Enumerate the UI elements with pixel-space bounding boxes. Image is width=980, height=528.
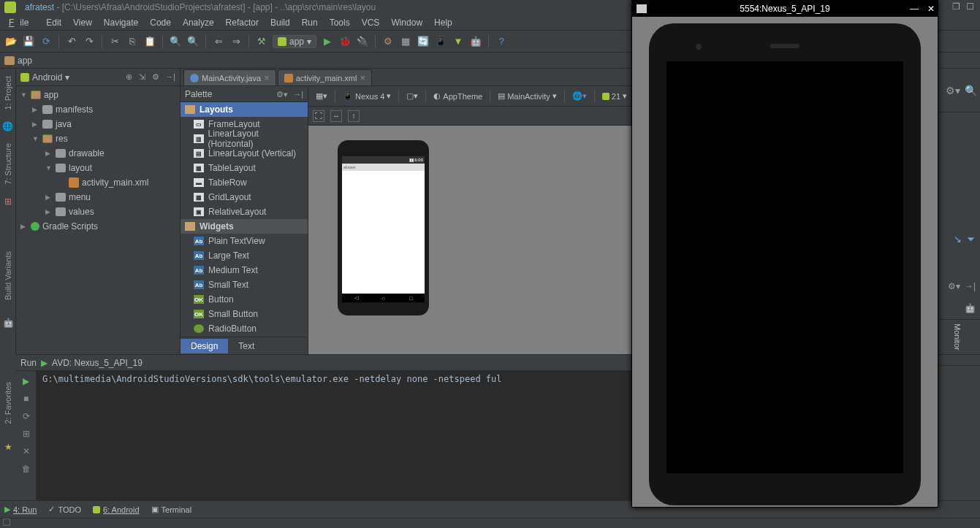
run-config-selector[interactable]: app ▾	[273, 35, 316, 48]
menu-run[interactable]: Run	[296, 16, 324, 29]
tree-gradle[interactable]: ▶Gradle Scripts	[16, 219, 180, 234]
forward-icon[interactable]: ⇒	[229, 35, 243, 48]
status-indicator[interactable]	[3, 519, 10, 526]
menu-window[interactable]: Window	[385, 16, 428, 29]
cut-icon[interactable]: ✂	[108, 35, 121, 48]
menu-build[interactable]: Build	[265, 16, 296, 29]
search-icon[interactable]: 🔍	[965, 85, 977, 96]
android-icon[interactable]: 🤖	[3, 318, 14, 328]
render-options-icon[interactable]: ▦▾	[313, 90, 330, 102]
gear-icon[interactable]: ⚙	[152, 72, 162, 83]
menu-code[interactable]: Code	[144, 16, 177, 29]
tab-project[interactable]: 1: Project	[4, 73, 12, 112]
menu-edit[interactable]: Edit	[40, 16, 67, 29]
trash-icon[interactable]: 🗑	[20, 463, 32, 475]
tree-menu[interactable]: ▶menu	[16, 190, 180, 204]
hide-icon[interactable]: →|	[293, 90, 303, 99]
menu-refactor[interactable]: Refactor	[220, 16, 265, 29]
hide-icon[interactable]: →|	[965, 281, 976, 291]
palette-linearlayout-v[interactable]: ▤LinearLayout (Vertical)	[181, 146, 308, 161]
gear-icon[interactable]: ⚙▾	[948, 281, 960, 291]
rerun-icon[interactable]: ▶	[20, 375, 32, 387]
palette-tablerow[interactable]: ▬TableRow	[181, 175, 308, 190]
fit-icon[interactable]: ⛶	[313, 110, 324, 122]
structure-icon[interactable]: ⊞	[4, 196, 12, 207]
make-icon[interactable]: ⚒	[255, 35, 268, 48]
help-icon[interactable]: ?	[495, 35, 508, 48]
align-h-icon[interactable]: ↔	[330, 110, 342, 122]
tab-structure[interactable]: 7: Structure	[4, 140, 12, 188]
tab-activity-xml[interactable]: activity_main.xml ×	[278, 69, 372, 85]
align-v-icon[interactable]: ↕	[348, 110, 360, 122]
emulator-window[interactable]: 5554:Nexus_5_API_19 — ✕	[631, 0, 938, 508]
palette-medium-text[interactable]: AbMedium Text	[181, 263, 308, 278]
tree-values[interactable]: ▶values	[16, 204, 180, 219]
tree-java[interactable]: ▶java	[16, 117, 180, 131]
debug-icon[interactable]: 🐞	[338, 35, 352, 48]
restore-icon[interactable]: ❐	[952, 1, 960, 13]
tree-app[interactable]: ▼app	[16, 88, 180, 102]
palette-large-text[interactable]: AbLarge Text	[181, 248, 308, 263]
project-structure-icon[interactable]: ▦	[399, 35, 412, 48]
locale-selector[interactable]: 🌐▾	[569, 90, 590, 102]
find-icon[interactable]: 🔍	[169, 35, 182, 48]
palette-small-button[interactable]: OKSmall Button	[181, 307, 308, 321]
theme-selector[interactable]: ◐AppTheme	[430, 90, 485, 102]
close-icon[interactable]: ✕	[927, 4, 935, 14]
tree-activity-xml[interactable]: activity_main.xml	[16, 175, 180, 190]
tab-text[interactable]: Text	[228, 339, 265, 353]
dump-icon[interactable]: ⊞	[20, 428, 32, 440]
palette-small-text[interactable]: AbSmall Text	[181, 278, 308, 292]
tab-favorites[interactable]: 2: Favorites	[4, 379, 12, 426]
back-icon[interactable]: ⇐	[212, 35, 225, 48]
filter-icon[interactable]: ⏷	[966, 234, 976, 245]
palette-tablelayout[interactable]: ▦TableLayout	[181, 161, 308, 175]
sync-icon[interactable]: ⟳	[39, 35, 53, 48]
status-android[interactable]: 6: Android	[93, 505, 140, 514]
palette-plain-textview[interactable]: AbPlain TextView	[181, 234, 308, 248]
gear-icon[interactable]: ⚙▾	[946, 85, 960, 96]
replace-icon[interactable]: 🔍	[186, 35, 200, 48]
menu-analyze[interactable]: Analyze	[177, 16, 220, 29]
avd-manager-icon[interactable]: 📱	[434, 35, 447, 48]
palette-gridlayout[interactable]: ▦GridLayout	[181, 190, 308, 204]
close-icon[interactable]: ×	[360, 72, 365, 83]
palette-relativelayout[interactable]: ▣RelativeLayout	[181, 204, 308, 219]
open-icon[interactable]: 📂	[4, 35, 18, 48]
menu-vcs[interactable]: VCS	[356, 16, 386, 29]
project-mode[interactable]: Android	[32, 72, 62, 83]
palette-group-widgets[interactable]: Widgets	[181, 219, 308, 234]
globe-icon[interactable]: 🌐	[2, 121, 13, 131]
maximize-icon[interactable]: ☐	[966, 1, 974, 13]
close-icon[interactable]: ✕	[20, 445, 32, 457]
sync-gradle-icon[interactable]: 🔄	[417, 35, 430, 48]
menu-view[interactable]: View	[67, 16, 98, 29]
orientation-selector[interactable]: ▢▾	[403, 90, 421, 102]
paste-icon[interactable]: 📋	[143, 35, 156, 48]
android-icon[interactable]: 🤖	[965, 303, 976, 313]
emulator-title-bar[interactable]: 5554:Nexus_5_API_19 — ✕	[632, 1, 938, 17]
tree-res[interactable]: ▼res	[16, 131, 180, 146]
tab-design[interactable]: Design	[181, 339, 228, 353]
palette-group-layouts[interactable]: Layouts	[181, 102, 308, 117]
menu-file[interactable]: File	[3, 16, 40, 29]
status-terminal[interactable]: ▣ Terminal	[151, 505, 192, 514]
run-icon[interactable]: ▶	[321, 35, 334, 48]
tree-layout[interactable]: ▼layout	[16, 161, 180, 175]
status-run[interactable]: ▶4: Run	[4, 505, 37, 514]
hide-icon[interactable]: →|	[165, 72, 175, 83]
api-selector[interactable]: 21▾	[599, 90, 630, 102]
collapse-icon[interactable]: ⇲	[139, 72, 149, 83]
emulator-screen[interactable]	[666, 61, 903, 473]
palette-button[interactable]: OKButton	[181, 292, 308, 307]
save-icon[interactable]: 💾	[22, 35, 35, 48]
undo-icon[interactable]: ↶	[65, 35, 78, 48]
palette-linearlayout-h[interactable]: ▥LinearLayout (Horizontal)	[181, 131, 308, 146]
minimize-icon[interactable]: —	[910, 4, 919, 14]
attach-icon[interactable]: 🔌	[356, 35, 369, 48]
chevron-down-icon[interactable]: ▾	[65, 72, 69, 83]
tab-monitor[interactable]: Monitor	[934, 319, 980, 354]
breadcrumb-item[interactable]: app	[18, 56, 32, 66]
sdk-manager-icon[interactable]: ▼	[452, 35, 465, 48]
settings-icon[interactable]: ⚙	[381, 35, 395, 48]
